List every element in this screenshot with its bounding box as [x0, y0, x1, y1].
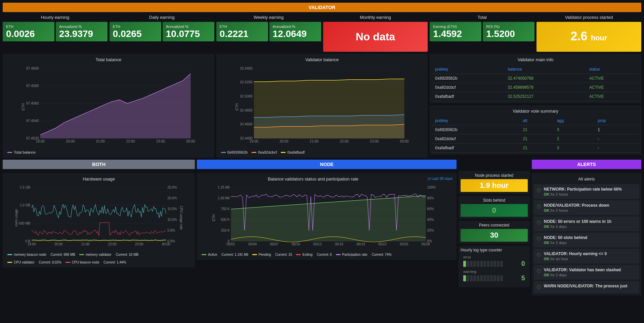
legend-item[interactable]: Active Current: 1.191 Mil — [202, 253, 248, 256]
legend-item[interactable]: Pending Current: 15 — [252, 253, 292, 256]
svg-text:05/25: 05/25 — [400, 242, 409, 246]
table-row[interactable]: 0xafafbadf32.525252127ACTIVE — [432, 92, 639, 101]
svg-text:750 K: 750 K — [221, 207, 230, 211]
validator-main-info-panel[interactable]: Validator main info pubkey balance statu… — [430, 54, 641, 103]
table-row[interactable]: 0x8926562b32.474050768ACTIVE — [432, 74, 639, 83]
alert-item[interactable]: ♡WARN NODE/VALIDATOR: The process just — [534, 281, 639, 293]
table-row[interactable]: 0xa92dcbcf212- — [432, 134, 639, 144]
monthly-nodata-card[interactable]: No data — [323, 22, 428, 52]
table-header-balance[interactable]: balance — [504, 65, 586, 74]
table-header-att[interactable]: att — [520, 116, 554, 125]
daily-annualized-card[interactable]: Annualized % 10.0775 — [163, 22, 214, 41]
legend-swatch — [281, 152, 286, 153]
legend-item[interactable]: Participation rate Current: 74% — [336, 253, 392, 256]
table-header-status[interactable]: status — [586, 65, 639, 74]
svg-text:05/22: 05/22 — [378, 242, 387, 246]
time-range-link[interactable]: ◷ Last 30 days — [427, 176, 455, 181]
legend-item[interactable]: 0x8926562b — [221, 150, 248, 154]
panel-title: Total balance — [5, 56, 212, 65]
alert-item[interactable]: ♡NODE: 50 slots behindOK for 2 days — [534, 233, 639, 247]
total-earning-panel: Total Earning (ETH) 1.4592 ROI (%) 1.520… — [430, 14, 534, 52]
table-row[interactable]: 0xa92dcbcf32.459899579ACTIVE — [432, 83, 639, 92]
alert-item[interactable]: ♡NODE: 50 errors or 100 warns in 1hOK fo… — [534, 216, 639, 231]
svg-text:22:00: 22:00 — [108, 242, 117, 246]
alert-title: NODE: 50 slots behind — [544, 235, 637, 240]
stat-value: 0.0026 — [6, 29, 51, 39]
svg-text:97.4580: 97.4580 — [26, 84, 39, 88]
legend-label: memory beacon node — [14, 253, 46, 256]
balance-validators-status-panel[interactable]: Balance validators status and participat… — [197, 173, 457, 260]
svg-text:05/19: 05/19 — [357, 242, 365, 246]
legend-current: Current: 10 MB — [116, 253, 138, 256]
all-alerts-panel[interactable]: All alerts ♡NETWORK: Participation rate … — [532, 173, 641, 295]
weekly-annualized-card[interactable]: Annualized % 12.0649 — [269, 22, 321, 41]
hourly-annualized-card[interactable]: Annualized % 23.9379 — [56, 22, 108, 41]
legend-swatch — [252, 152, 256, 153]
legend-label: memory validator — [86, 253, 112, 256]
alert-item[interactable]: ♡NETWORK: Participation rate below 66%OK… — [534, 184, 639, 199]
legend-item[interactable]: Total balance — [7, 150, 36, 154]
legend-item[interactable]: 0xafafbadf — [281, 150, 304, 154]
section-header-both[interactable]: BOTH — [3, 160, 195, 169]
cell-status: ACTIVE — [586, 92, 639, 101]
section-header-node[interactable]: NODE — [197, 160, 457, 169]
peers-connected-panel[interactable]: Peers connected 30 — [459, 221, 530, 244]
slots-behind-panel[interactable]: Slots behind 0 — [459, 196, 530, 219]
alert-item[interactable]: ♡VALIDATOR: Validator has been slashedOK… — [534, 265, 639, 280]
svg-text:32.5200: 32.5200 — [240, 80, 253, 84]
legend-label: Total balance — [14, 150, 36, 154]
stat-label: Annualized % — [166, 25, 211, 29]
validator-vote-summary-table: pubkey att agg prop 0x8926562b21310xa92d… — [432, 116, 639, 153]
legend-item[interactable]: memory beacon node Current: 686 MB — [7, 253, 75, 256]
weekly-eth-card[interactable]: ETH 0.2221 — [216, 22, 268, 41]
alert-item[interactable]: ♡NODE/VALIDATOR: Process downOK for 2 ho… — [534, 200, 639, 215]
total-balance-panel[interactable]: Total balance ETH 97.452097.454097.45609… — [3, 54, 214, 158]
cell-agg: 3 — [554, 144, 595, 153]
node-process-panel[interactable]: Node process started 1.9 hour — [459, 171, 530, 194]
validator-vote-summary-panel[interactable]: Validator vote summary pubkey att agg pr… — [430, 105, 641, 155]
hourly-eth-card[interactable]: ETH 0.0026 — [3, 22, 54, 41]
table-row[interactable]: 0x8926562b2131 — [432, 125, 639, 134]
svg-text:1.0 GB: 1.0 GB — [20, 203, 30, 207]
error-label: error — [463, 255, 525, 259]
panel-title: Hardware usage — [5, 175, 193, 184]
heart-icon: ♡ — [536, 188, 541, 194]
cell-pubkey: 0xafafbadf — [432, 92, 504, 101]
svg-text:20:00: 20:00 — [54, 242, 63, 246]
svg-text:25.0%: 25.0% — [167, 186, 177, 189]
legend-item[interactable]: memory validator Current: 10 MB — [79, 253, 138, 256]
table-row[interactable]: 0xafafbadf213- — [432, 144, 639, 153]
cell-pubkey: 0xafafbadf — [432, 144, 519, 153]
legend-label: 0x8926562b — [227, 150, 248, 154]
legend-swatch — [202, 254, 206, 255]
cell-att: 21 — [520, 134, 554, 144]
alert-item[interactable]: ♡VALIDATOR: Hourly earning <= 0OK for an… — [534, 249, 639, 264]
daily-eth-card[interactable]: ETH 0.0265 — [110, 22, 161, 41]
table-header-pubkey[interactable]: pubkey — [432, 116, 519, 125]
stat-label: Earning (ETH) — [433, 25, 478, 29]
total-eth-card[interactable]: Earning (ETH) 1.4592 — [430, 22, 481, 41]
hardware-usage-panel[interactable]: Hardware usage mem usage CPU usage rate … — [3, 173, 195, 268]
hardware-usage-chart: mem usage CPU usage rate 0 B500 MB1.0 GB… — [5, 184, 193, 251]
panel-title: Validator vote summary — [432, 107, 639, 116]
legend-item[interactable]: CPU validator Current: 0.02% — [7, 260, 61, 264]
legend-item[interactable]: 0xa92dcbcf — [252, 150, 277, 154]
section-header-validator[interactable]: VALIDATOR — [3, 3, 641, 12]
svg-text:05/04: 05/04 — [249, 242, 257, 246]
section-header-alerts[interactable]: ALERTS — [532, 160, 641, 169]
table-header-pubkey[interactable]: pubkey — [432, 65, 504, 74]
daily-earning-panel: Daily earning ETH 0.0265 Annualized % 10… — [110, 14, 214, 52]
svg-text:97.4600: 97.4600 — [26, 67, 39, 70]
alert-duration: for 2 days — [550, 241, 566, 245]
table-header-agg[interactable]: agg — [554, 116, 595, 125]
total-roi-card[interactable]: ROI (%) 1.5200 — [483, 22, 534, 41]
alert-title: WARN NODE/VALIDATOR: The process just — [544, 284, 637, 288]
table-header-prop[interactable]: prop — [594, 116, 639, 125]
validator-balance-panel[interactable]: Validator balance ETH 32.440032.460032.4… — [216, 54, 428, 158]
validator-process-card[interactable]: 2.6 hour — [536, 22, 641, 52]
svg-text:19:00: 19:00 — [249, 139, 258, 143]
legend-item[interactable]: Exiting Current: 0 — [296, 253, 332, 256]
hourly-log-counter-panel[interactable]: Hourly log type counter error 0 warning … — [459, 246, 530, 287]
svg-text:23:00: 23:00 — [370, 139, 379, 143]
legend-item[interactable]: CPU beacon node Current: 1.44% — [66, 260, 126, 264]
